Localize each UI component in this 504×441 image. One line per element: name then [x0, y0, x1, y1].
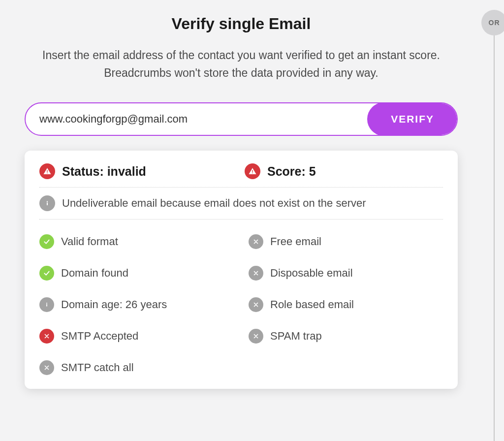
check-role-based: Role based email	[249, 297, 443, 312]
check-domain-age: Domain age: 26 years	[39, 297, 234, 312]
svg-point-6	[46, 303, 47, 304]
check-icon	[39, 234, 54, 249]
check-label: Domain found	[61, 267, 128, 280]
cross-icon	[39, 360, 54, 375]
check-label: Valid format	[61, 235, 118, 248]
warning-icon	[39, 163, 55, 179]
status-cell: Status: invalid	[39, 163, 238, 179]
svg-point-4	[47, 201, 48, 202]
or-badge: OR	[481, 10, 504, 35]
info-icon	[39, 297, 54, 312]
verify-button[interactable]: VERIFY	[367, 102, 458, 136]
check-label: Domain age: 26 years	[61, 298, 167, 311]
score-cell: Score: 5	[245, 163, 443, 179]
reason-row: Undeliverable email because email does n…	[39, 188, 443, 220]
check-smtp-accepted: SMTP Accepted	[39, 329, 234, 344]
check-domain-found: Domain found	[39, 266, 234, 281]
warning-icon	[245, 163, 260, 179]
svg-rect-0	[47, 170, 48, 172]
result-card: Status: invalid Score: 5	[25, 151, 458, 389]
check-label: Free email	[270, 235, 321, 248]
svg-rect-3	[252, 173, 253, 174]
status-label: Status: invalid	[62, 164, 146, 179]
email-verify-form: VERIFY	[25, 102, 458, 136]
check-free-email: Free email	[249, 234, 443, 249]
vertical-divider	[494, 35, 495, 441]
check-label: SMTP catch all	[61, 361, 134, 374]
check-spam-trap: SPAM trap	[249, 329, 443, 344]
page-description: Insert the email address of the contact …	[25, 47, 458, 82]
check-label: SMTP Accepted	[61, 330, 138, 343]
svg-rect-5	[47, 203, 48, 205]
cross-icon	[249, 234, 263, 249]
check-label: SPAM trap	[270, 330, 322, 343]
svg-rect-2	[252, 170, 253, 172]
check-label: Disposable email	[270, 267, 353, 280]
reason-text: Undeliverable email because email does n…	[62, 197, 366, 210]
cross-icon	[249, 297, 263, 312]
check-valid-format: Valid format	[39, 234, 234, 249]
status-row: Status: invalid Score: 5	[39, 163, 443, 188]
score-label: Score: 5	[267, 164, 316, 179]
cross-icon	[249, 329, 263, 344]
check-smtp-catch-all: SMTP catch all	[39, 360, 234, 375]
check-icon	[39, 266, 54, 281]
page-title: Verify single Email	[25, 15, 458, 33]
checks-grid: Valid format Free email Domain found Dis…	[39, 220, 443, 375]
check-disposable-email: Disposable email	[249, 266, 443, 281]
info-icon	[39, 195, 55, 211]
cross-icon	[39, 329, 54, 344]
cross-icon	[249, 266, 263, 281]
email-input[interactable]	[26, 103, 367, 135]
check-label: Role based email	[270, 298, 354, 311]
svg-rect-1	[47, 173, 48, 174]
svg-rect-7	[46, 304, 47, 307]
